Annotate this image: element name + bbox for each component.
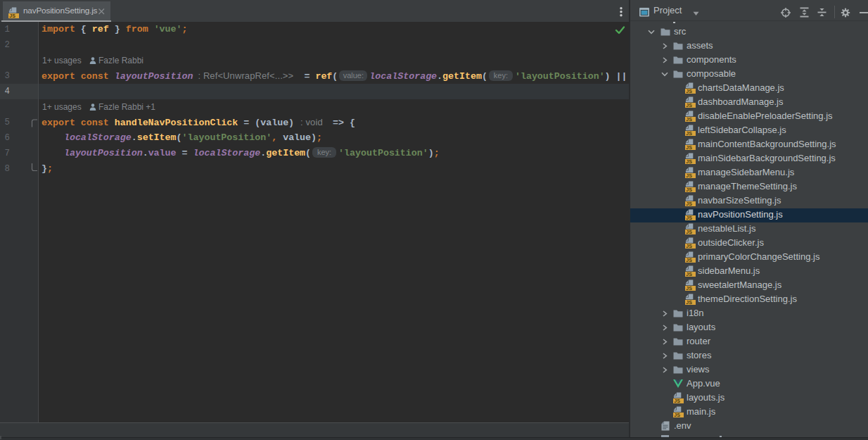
svg-text:JS: JS — [9, 13, 15, 18]
